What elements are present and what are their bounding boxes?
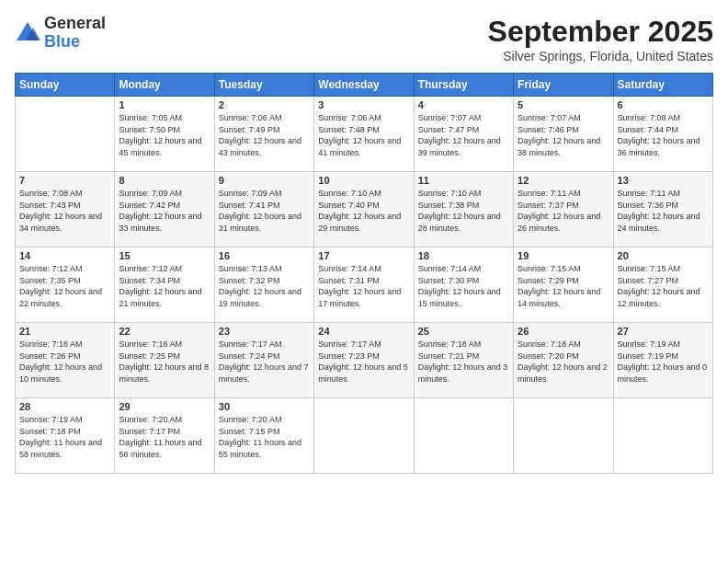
calendar-table: SundayMondayTuesdayWednesdayThursdayFrid… [15,73,713,474]
day-cell: 12Sunrise: 7:11 AMSunset: 7:37 PMDayligh… [514,172,613,247]
day-number: 29 [119,401,210,412]
day-info: Sunrise: 7:19 AMSunset: 7:18 PMDaylight:… [19,414,110,460]
logo-text: General Blue [44,15,106,52]
day-cell: 29Sunrise: 7:20 AMSunset: 7:17 PMDayligh… [115,398,214,474]
day-info: Sunrise: 7:14 AMSunset: 7:31 PMDaylight:… [318,263,409,309]
header-monday: Monday [115,74,214,97]
day-cell: 19Sunrise: 7:15 AMSunset: 7:29 PMDayligh… [514,247,613,323]
day-info: Sunrise: 7:18 AMSunset: 7:20 PMDaylight:… [518,339,609,385]
title-block: September 2025 Silver Springs, Florida, … [488,15,713,63]
day-info: Sunrise: 7:20 AMSunset: 7:17 PMDaylight:… [119,414,210,460]
day-cell: 25Sunrise: 7:18 AMSunset: 7:21 PMDayligh… [414,323,513,398]
week-row-2: 7Sunrise: 7:08 AMSunset: 7:43 PMDaylight… [16,172,713,247]
month-title: September 2025 [488,15,713,49]
day-info: Sunrise: 7:07 AMSunset: 7:46 PMDaylight:… [518,112,609,158]
day-number: 27 [618,326,709,337]
day-cell: 21Sunrise: 7:16 AMSunset: 7:26 PMDayligh… [16,323,115,398]
day-info: Sunrise: 7:09 AMSunset: 7:41 PMDaylight:… [219,188,310,234]
day-number: 12 [518,175,609,186]
day-info: Sunrise: 7:09 AMSunset: 7:42 PMDaylight:… [119,188,210,234]
logo: General Blue [15,15,106,52]
day-info: Sunrise: 7:17 AMSunset: 7:23 PMDaylight:… [318,339,409,385]
day-cell: 30Sunrise: 7:20 AMSunset: 7:15 PMDayligh… [214,398,313,474]
day-cell: 11Sunrise: 7:10 AMSunset: 7:38 PMDayligh… [414,172,513,247]
day-number: 6 [618,99,709,110]
day-info: Sunrise: 7:06 AMSunset: 7:49 PMDaylight:… [219,112,310,158]
day-info: Sunrise: 7:18 AMSunset: 7:21 PMDaylight:… [418,339,509,385]
calendar-body: 1Sunrise: 7:05 AMSunset: 7:50 PMDaylight… [16,97,713,474]
day-info: Sunrise: 7:20 AMSunset: 7:15 PMDaylight:… [219,414,310,460]
day-cell: 13Sunrise: 7:11 AMSunset: 7:36 PMDayligh… [613,172,712,247]
header-sunday: Sunday [16,74,115,97]
day-number: 5 [518,99,609,110]
header-tuesday: Tuesday [214,74,313,97]
header: General Blue September 2025 Silver Sprin… [15,15,713,63]
day-number: 13 [618,175,709,186]
day-number: 17 [318,250,409,261]
day-cell: 23Sunrise: 7:17 AMSunset: 7:24 PMDayligh… [214,323,313,398]
day-cell [514,398,613,474]
logo-icon [15,20,40,46]
page: General Blue September 2025 Silver Sprin… [0,0,728,563]
day-cell: 14Sunrise: 7:12 AMSunset: 7:35 PMDayligh… [16,247,115,323]
day-info: Sunrise: 7:10 AMSunset: 7:40 PMDaylight:… [318,188,409,234]
day-number: 18 [418,250,509,261]
day-info: Sunrise: 7:12 AMSunset: 7:34 PMDaylight:… [119,263,210,309]
day-info: Sunrise: 7:15 AMSunset: 7:27 PMDaylight:… [618,263,709,309]
day-number: 2 [219,99,310,110]
day-cell: 22Sunrise: 7:16 AMSunset: 7:25 PMDayligh… [115,323,214,398]
day-cell: 27Sunrise: 7:19 AMSunset: 7:19 PMDayligh… [613,323,712,398]
day-info: Sunrise: 7:17 AMSunset: 7:24 PMDaylight:… [219,339,310,385]
day-number: 25 [418,326,509,337]
day-info: Sunrise: 7:11 AMSunset: 7:37 PMDaylight:… [518,188,609,234]
logo-blue: Blue [44,33,106,52]
day-number: 11 [418,175,509,186]
day-number: 7 [19,175,110,186]
day-cell: 2Sunrise: 7:06 AMSunset: 7:49 PMDaylight… [214,97,313,172]
day-cell: 4Sunrise: 7:07 AMSunset: 7:47 PMDaylight… [414,97,513,172]
day-number: 21 [19,326,110,337]
day-number: 28 [19,401,110,412]
day-cell: 6Sunrise: 7:08 AMSunset: 7:44 PMDaylight… [613,97,712,172]
day-info: Sunrise: 7:08 AMSunset: 7:43 PMDaylight:… [19,188,110,234]
day-cell: 26Sunrise: 7:18 AMSunset: 7:20 PMDayligh… [514,323,613,398]
day-info: Sunrise: 7:11 AMSunset: 7:36 PMDaylight:… [618,188,709,234]
day-cell [613,398,712,474]
day-cell: 9Sunrise: 7:09 AMSunset: 7:41 PMDaylight… [214,172,313,247]
day-number: 3 [318,99,409,110]
day-number: 4 [418,99,509,110]
day-cell: 18Sunrise: 7:14 AMSunset: 7:30 PMDayligh… [414,247,513,323]
day-cell: 10Sunrise: 7:10 AMSunset: 7:40 PMDayligh… [314,172,414,247]
day-number: 9 [219,175,310,186]
header-row: SundayMondayTuesdayWednesdayThursdayFrid… [16,74,713,97]
day-cell: 5Sunrise: 7:07 AMSunset: 7:46 PMDaylight… [514,97,613,172]
day-cell: 1Sunrise: 7:05 AMSunset: 7:50 PMDaylight… [115,97,214,172]
day-number: 10 [318,175,409,186]
day-info: Sunrise: 7:06 AMSunset: 7:48 PMDaylight:… [318,112,409,158]
day-info: Sunrise: 7:19 AMSunset: 7:19 PMDaylight:… [618,339,709,385]
day-cell: 24Sunrise: 7:17 AMSunset: 7:23 PMDayligh… [314,323,414,398]
day-number: 30 [219,401,310,412]
calendar-header: SundayMondayTuesdayWednesdayThursdayFrid… [16,74,713,97]
day-cell: 16Sunrise: 7:13 AMSunset: 7:32 PMDayligh… [214,247,313,323]
header-saturday: Saturday [613,74,712,97]
header-thursday: Thursday [414,74,513,97]
week-row-4: 21Sunrise: 7:16 AMSunset: 7:26 PMDayligh… [16,323,713,398]
day-info: Sunrise: 7:16 AMSunset: 7:26 PMDaylight:… [19,339,110,385]
day-info: Sunrise: 7:15 AMSunset: 7:29 PMDaylight:… [518,263,609,309]
day-cell: 20Sunrise: 7:15 AMSunset: 7:27 PMDayligh… [613,247,712,323]
day-number: 16 [219,250,310,261]
day-number: 14 [19,250,110,261]
day-cell: 15Sunrise: 7:12 AMSunset: 7:34 PMDayligh… [115,247,214,323]
day-number: 22 [119,326,210,337]
day-cell [314,398,414,474]
day-info: Sunrise: 7:14 AMSunset: 7:30 PMDaylight:… [418,263,509,309]
week-row-1: 1Sunrise: 7:05 AMSunset: 7:50 PMDaylight… [16,97,713,172]
day-cell: 7Sunrise: 7:08 AMSunset: 7:43 PMDaylight… [16,172,115,247]
day-cell: 8Sunrise: 7:09 AMSunset: 7:42 PMDaylight… [115,172,214,247]
week-row-5: 28Sunrise: 7:19 AMSunset: 7:18 PMDayligh… [16,398,713,474]
day-info: Sunrise: 7:13 AMSunset: 7:32 PMDaylight:… [219,263,310,309]
day-number: 1 [119,99,210,110]
day-cell: 17Sunrise: 7:14 AMSunset: 7:31 PMDayligh… [314,247,414,323]
day-cell: 28Sunrise: 7:19 AMSunset: 7:18 PMDayligh… [16,398,115,474]
